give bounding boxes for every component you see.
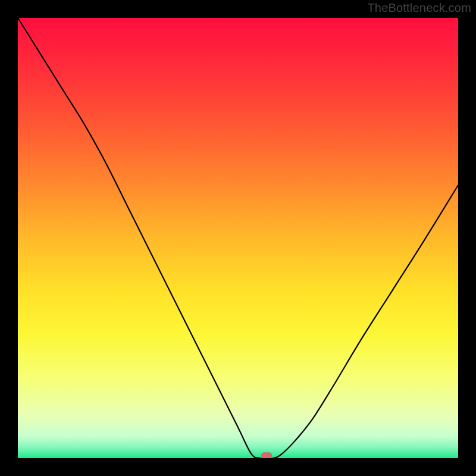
optimal-point-marker	[261, 452, 272, 458]
plot-area	[18, 18, 458, 458]
attribution-label: TheBottleneck.com	[367, 1, 471, 15]
bottleneck-chart	[18, 18, 458, 458]
gradient-background	[18, 18, 458, 458]
chart-frame: TheBottleneck.com	[0, 0, 476, 476]
